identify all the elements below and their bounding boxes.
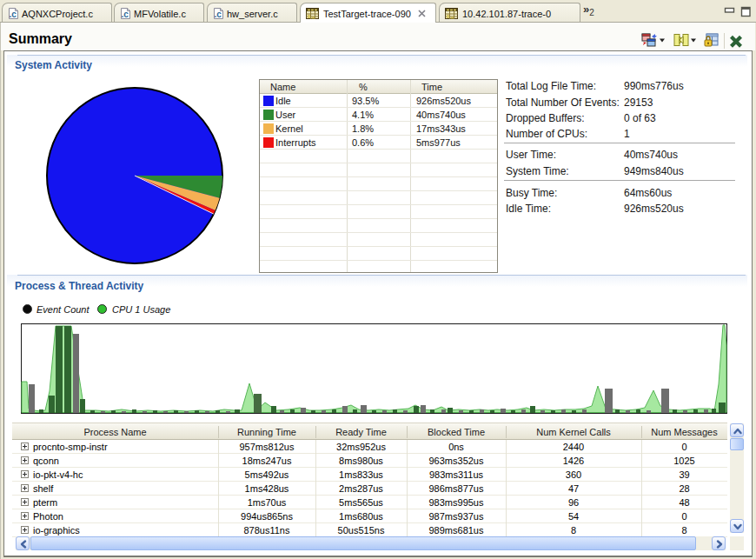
svg-text:.c: .c	[122, 10, 129, 19]
svg-text:.c: .c	[10, 10, 17, 19]
svg-text:.c: .c	[215, 10, 222, 19]
